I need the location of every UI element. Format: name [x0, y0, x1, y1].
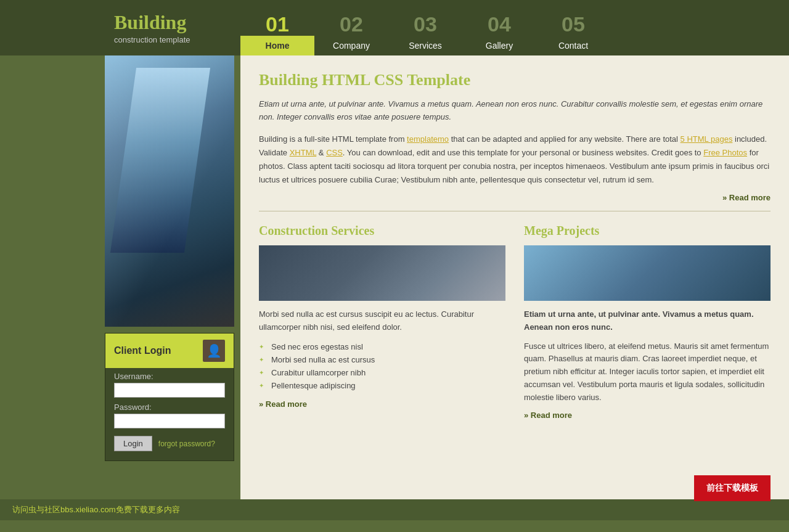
construction-services-title: Construction Services: [259, 224, 505, 238]
mega-projects-text: Fusce ut ultrices libero, at eleifend me…: [524, 340, 771, 404]
free-photos-link[interactable]: Free Photos: [703, 148, 747, 157]
logo-title: Building: [114, 11, 240, 34]
sidebar-building-image: [105, 55, 234, 327]
login-box: Client Login 👤 Username: Password: Login…: [105, 333, 234, 461]
nav-label: Gallery: [462, 36, 536, 55]
forgot-password-link[interactable]: forgot password?: [158, 440, 215, 448]
read-more-services: Read more: [259, 399, 505, 409]
password-label: Password:: [114, 403, 225, 412]
main-nav: 01 Home 02 Company 03 Services 04 Galler…: [240, 0, 789, 55]
read-more-projects-link[interactable]: Read more: [524, 411, 572, 420]
nav-item-services[interactable]: 03 Services: [388, 0, 462, 55]
templatemo-link[interactable]: templatemo: [407, 134, 449, 144]
xhtml-link[interactable]: XHTML: [290, 148, 317, 157]
username-input[interactable]: [114, 383, 225, 398]
nav-item-company[interactable]: 02 Company: [314, 0, 388, 55]
username-field: Username:: [105, 368, 234, 399]
password-field: Password:: [105, 399, 234, 430]
sidebar: Client Login 👤 Username: Password: Login…: [0, 55, 240, 499]
list-item: Pellentesque adipiscing: [259, 379, 505, 392]
list-item: Curabitur ullamcorper nibh: [259, 366, 505, 379]
login-actions: Login forgot password?: [105, 430, 234, 451]
header: Building construction template 01 Home 0…: [0, 0, 789, 55]
nav-label: Company: [314, 36, 388, 55]
nav-label: Contact: [536, 36, 610, 55]
login-header: Client Login 👤: [105, 334, 234, 368]
two-column-section: Construction Services Morbi sed nulla ac…: [259, 224, 771, 424]
login-title: Client Login: [114, 345, 171, 356]
nav-item-home[interactable]: 01 Home: [240, 0, 314, 55]
mega-projects-title: Mega Projects: [524, 224, 771, 238]
body-text: Building is a full-site HTML template fr…: [259, 133, 771, 187]
username-label: Username:: [114, 372, 225, 381]
logo-subtitle: construction template: [114, 35, 240, 44]
password-input[interactable]: [114, 414, 225, 428]
footer-watermark: 访问虫与社区bbs.xieliao.com免费下载更多内容: [0, 499, 789, 520]
read-more-projects: Read more: [524, 411, 771, 420]
read-more-top: Read more: [259, 193, 771, 202]
nav-item-gallery[interactable]: 04 Gallery: [462, 0, 536, 55]
nav-label: Home: [240, 36, 314, 55]
logo-area: Building construction template: [0, 0, 240, 55]
login-button[interactable]: Login: [114, 436, 152, 451]
nav-num: 05: [562, 14, 585, 35]
nav-num: 02: [340, 14, 363, 35]
mega-projects-bold-text: Etiam ut urna ante, ut pulvinar ante. Vi…: [524, 308, 771, 334]
divider: [259, 211, 771, 211]
download-button[interactable]: 前往下载模板: [694, 475, 771, 501]
nav-num: 03: [414, 14, 437, 35]
main-wrap: Client Login 👤 Username: Password: Login…: [0, 55, 789, 499]
login-user-icon: 👤: [203, 340, 225, 362]
content-area: Building HTML CSS Template Etiam ut urna…: [240, 55, 789, 499]
construction-services-section: Construction Services Morbi sed nulla ac…: [259, 224, 505, 424]
read-more-top-link[interactable]: Read more: [722, 193, 771, 202]
watermark-text: 访问虫与社区bbs.xieliao.com免费下载更多内容: [12, 505, 180, 514]
html-pages-link[interactable]: 5 HTML pages: [681, 134, 733, 144]
page-title: Building HTML CSS Template: [259, 71, 771, 89]
list-item: Morbi sed nulla ac est cursus: [259, 353, 505, 366]
mega-projects-section: Mega Projects Etiam ut urna ante, ut pul…: [524, 224, 771, 424]
mega-projects-image: [524, 245, 771, 301]
css-link[interactable]: CSS: [326, 148, 343, 157]
construction-services-text: Morbi sed nulla ac est cursus suscipit e…: [259, 308, 505, 334]
nav-label: Services: [388, 36, 462, 55]
read-more-services-link[interactable]: Read more: [259, 399, 307, 409]
list-item: Sed nec eros egestas nisl: [259, 340, 505, 353]
construction-services-list: Sed nec eros egestas nislMorbi sed nulla…: [259, 340, 505, 392]
nav-item-contact[interactable]: 05 Contact: [536, 0, 610, 55]
nav-num: 01: [266, 14, 289, 35]
construction-services-image: [259, 245, 505, 301]
nav-num: 04: [488, 14, 511, 35]
intro-text: Etiam ut urna ante, ut pulvinar ante. Vi…: [259, 98, 771, 124]
